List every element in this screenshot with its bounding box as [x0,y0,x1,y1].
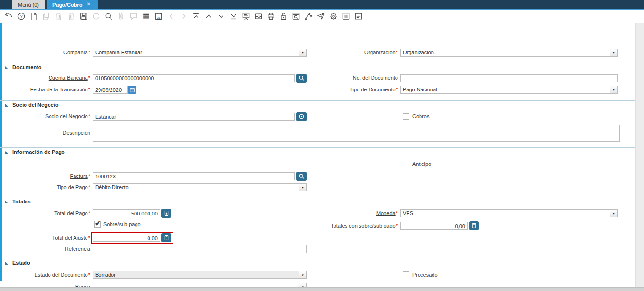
total-pago-input[interactable] [93,209,160,217]
toolbar-window-report-button[interactable] [354,12,363,21]
toolbar-first-record-button[interactable] [191,12,201,21]
moneda-label: Moneda* [309,209,398,217]
total-pago-label: Total del Pago* [1,209,90,217]
collapse-triangle-icon [5,66,8,69]
descripcion-label: Descripción [1,129,90,137]
section-informacion-pago[interactable]: Información de Pago [0,147,635,155]
toolbar-print-button[interactable] [266,12,276,21]
business-partner-icon [298,114,305,120]
factura-label: Factura* [1,172,90,180]
toolbar-report-button[interactable] [241,12,251,21]
organizacion-label: Organización* [309,49,398,57]
status-bar [0,287,644,291]
collapse-triangle-icon [5,200,8,203]
chevron-down-icon[interactable] [610,86,617,93]
fecha-transaccion-calendar-button[interactable] [128,86,136,94]
section-totales[interactable]: Totales [0,197,635,204]
toolbar-save-button[interactable] [79,12,88,21]
cobros-checkbox[interactable] [403,113,409,120]
chevron-down-icon[interactable] [610,49,617,56]
toolbar-refresh-button [91,12,101,21]
form-content: Compañía* Compañía Estándar Organización… [0,23,644,287]
chevron-down-icon[interactable] [299,184,306,191]
calculator-icon [164,210,169,216]
toolbar-grid-toggle-button[interactable] [141,12,151,21]
search-icon [298,75,305,81]
tab-menu[interactable]: Menú (0) [12,0,45,9]
factura-search-button[interactable] [296,172,307,181]
toolbar-find-button[interactable] [104,12,113,21]
descripcion-textarea[interactable] [93,125,620,142]
toolbar-parent-record-button [166,12,176,21]
toolbar-request-button[interactable] [316,12,326,21]
toolbar-workflow-button[interactable] [304,12,313,21]
toolbar-archive-button[interactable] [254,12,263,21]
totales-sobre-sub-input[interactable] [400,222,468,230]
anticipo-label: Anticipo [412,161,431,168]
socio-negocio-input[interactable] [93,113,295,121]
tipo-pago-label: Tipo de Pago* [1,183,90,191]
referencia-label: Referencia [1,245,90,253]
totales-sobre-sub-calculator-button[interactable] [469,221,479,230]
no-documento-label: No. del Documento [309,74,398,82]
toolbar-new-record-button[interactable] [29,12,38,21]
toolbar-label-print-button[interactable] [341,12,351,21]
cobros-label: Cobros [412,113,429,120]
factura-input[interactable] [93,172,295,180]
toolbar-attachment-button [116,12,126,21]
section-socio-negocio[interactable]: Socio del Negocio [0,100,635,108]
organizacion-select[interactable]: Organización [400,49,618,57]
toolbar-detail-record-button [179,12,188,21]
estado-documento-select[interactable]: Borrador [93,271,307,279]
toolbar-calendar-button[interactable] [154,12,163,21]
anticipo-checkbox[interactable] [403,161,409,167]
moneda-select[interactable]: VES [400,209,618,217]
collapse-triangle-icon [5,103,8,107]
toolbar-preferences-button[interactable] [329,12,338,21]
collapse-triangle-icon [5,151,8,154]
calendar-icon [129,87,135,93]
fecha-transaccion-input[interactable] [93,86,128,94]
toolbar-lock-button[interactable] [279,12,288,21]
procesado-label: Procesado [412,271,438,278]
section-documento[interactable]: Documento [0,63,635,70]
calculator-icon [471,223,477,229]
collapse-triangle-icon [5,261,8,265]
toolbar-zoom-across-button[interactable] [291,12,301,21]
sobre-sub-pago-label: Sobre/sub pago [103,221,141,228]
total-ajuste-calculator-button[interactable] [161,233,171,242]
total-pago-calculator-button[interactable] [161,209,171,218]
chevron-down-icon[interactable] [299,49,306,56]
toolbar-delete-record-button [54,12,63,21]
cuenta-bancaria-search-button[interactable] [296,74,307,83]
toolbar-previous-record-button[interactable] [204,12,213,21]
procesado-checkbox[interactable] [403,271,409,278]
toolbar-undo-button[interactable] [4,12,13,21]
toolbar [0,10,644,23]
tab-pago-cobro[interactable]: Pago/Cobro [47,0,98,9]
total-ajuste-label: Total del Ajuste* [1,234,90,242]
cuenta-bancaria-input[interactable] [93,74,295,82]
tipo-documento-select[interactable]: Pago Nacional [400,86,618,94]
socio-negocio-label: Socio del Negocio* [1,113,90,121]
estado-documento-label: Estado del Documento* [1,271,90,279]
toolbar-help-button[interactable] [16,12,26,21]
referencia-input[interactable] [93,245,307,253]
toolbar-chat-button [129,12,138,21]
compania-select[interactable]: Compañía Estándar [93,49,307,57]
scrollbar-track[interactable] [635,23,644,287]
socio-negocio-search-button[interactable] [296,112,307,121]
cuenta-bancaria-label: Cuenta Bancaria* [1,74,90,82]
tab-menu-label: Menú (0) [18,2,39,8]
tipo-pago-select[interactable]: Débito Directo [93,183,307,191]
chevron-down-icon[interactable] [610,210,617,217]
toolbar-next-record-button[interactable] [216,12,226,21]
no-documento-input[interactable] [400,74,618,82]
toolbar-last-record-button[interactable] [229,12,238,21]
close-tab-icon[interactable] [87,2,92,7]
section-estado[interactable]: Estado [0,258,635,266]
sobre-sub-pago-checkbox[interactable] [94,221,101,228]
toolbar-delete-selection-button [66,12,76,21]
total-ajuste-input[interactable] [93,234,160,242]
chevron-down-icon[interactable] [299,271,306,278]
